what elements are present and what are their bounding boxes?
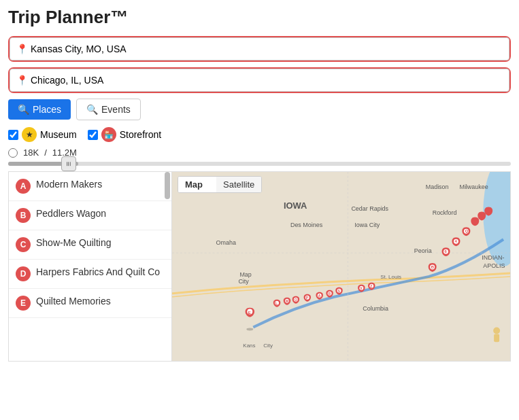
distance-radio[interactable] — [8, 148, 18, 158]
list-item[interactable]: B Peddlers Wagon — [9, 201, 171, 230]
museum-checkbox[interactable] — [8, 130, 18, 140]
storefront-filter: 🏪 Storefront — [88, 127, 161, 142]
svg-text:O: O — [295, 298, 297, 302]
svg-text:M: M — [286, 300, 288, 303]
svg-text:Map: Map — [239, 271, 251, 278]
place-name-d: Harpers Fabrics And Quilt Co — [36, 266, 160, 277]
svg-text:Madison: Madison — [426, 183, 449, 190]
list-item[interactable]: A Modern Makers — [9, 172, 171, 201]
places-list: A Modern Makers B Peddlers Wagon C Show-… — [8, 171, 171, 362]
svg-text:Q: Q — [465, 229, 468, 233]
marker-c: C — [16, 237, 31, 252]
events-button[interactable]: 🔍 Events — [76, 99, 141, 120]
destination-pin-icon: 📍 — [16, 75, 28, 86]
svg-text:Kans: Kans — [243, 343, 255, 349]
distance-option1: 18K — [23, 147, 39, 158]
scrollbar-thumb[interactable] — [165, 172, 170, 199]
svg-text:E: E — [248, 311, 251, 315]
origin-pin-icon: 📍 — [16, 43, 28, 54]
svg-rect-51 — [494, 334, 499, 342]
list-item[interactable]: E Quilted Memories — [9, 289, 171, 318]
marker-a: A — [16, 179, 31, 194]
svg-text:Iowa City: Iowa City — [354, 222, 380, 228]
svg-point-21 — [246, 328, 253, 330]
marker-e: E — [16, 296, 31, 311]
distance-row: 18K / 11.2M — [8, 147, 511, 158]
svg-text:R: R — [329, 292, 331, 296]
distance-slider-container — [8, 162, 511, 166]
svg-text:Rockford: Rockford — [433, 209, 457, 216]
places-button[interactable]: 🔍 Places — [8, 99, 71, 120]
slider-track — [8, 162, 511, 166]
tab-satellite[interactable]: Satellite — [216, 177, 261, 192]
map-svg: IOWA Des Moines Iowa City Cedar Rapids M… — [172, 172, 510, 361]
svg-text:Peoria: Peoria — [414, 247, 432, 254]
search-icon-events: 🔍 — [86, 104, 98, 115]
distance-slash: / — [44, 147, 47, 158]
svg-text:B: B — [431, 265, 435, 269]
svg-text:Milwaukee: Milwaukee — [459, 183, 488, 190]
svg-text:A: A — [318, 294, 321, 298]
map-panel[interactable]: Map Satellite IOWA Des Moines — [171, 171, 511, 362]
svg-point-50 — [493, 327, 500, 334]
svg-text:Cedar Rapids: Cedar Rapids — [351, 205, 388, 212]
storefront-label: Storefront — [120, 129, 161, 140]
storefront-checkbox[interactable] — [88, 130, 98, 140]
list-item[interactable]: C Show-Me Quilting — [9, 230, 171, 260]
svg-text:INDIAN-: INDIAN- — [482, 254, 504, 261]
destination-input[interactable] — [10, 69, 509, 92]
marker-b: B — [16, 208, 31, 223]
svg-text:Des Moines: Des Moines — [290, 222, 323, 228]
svg-text:City: City — [263, 343, 273, 349]
action-buttons: 🔍 Places 🔍 Events — [8, 99, 511, 120]
svg-text:City: City — [238, 278, 249, 285]
origin-input[interactable] — [10, 37, 509, 60]
svg-text:L: L — [275, 302, 278, 305]
place-name-e: Quilted Memories — [36, 296, 111, 307]
main-content: A Modern Makers B Peddlers Wagon C Show-… — [8, 171, 511, 362]
svg-text:APOLIS: APOLIS — [483, 262, 505, 269]
destination-input-row: 📍 — [8, 67, 511, 93]
marker-d: D — [16, 266, 31, 281]
svg-text:St. Louis: St. Louis — [380, 274, 401, 280]
map-tabs: Map Satellite — [178, 176, 262, 193]
svg-text:IOWA: IOWA — [284, 201, 307, 211]
list-item[interactable]: D Harpers Fabrics And Quilt Co — [9, 260, 171, 289]
svg-text:Z: Z — [370, 285, 372, 288]
place-name-a: Modern Makers — [36, 179, 102, 190]
museum-filter: ★ Museum — [8, 127, 77, 142]
svg-text:Omaha: Omaha — [216, 239, 236, 246]
place-name-b: Peddlers Wagon — [36, 208, 106, 219]
museum-star-icon: ★ — [22, 127, 37, 142]
svg-text:Columbia: Columbia — [363, 305, 388, 312]
svg-rect-0 — [172, 172, 510, 361]
origin-input-row: 📍 — [8, 36, 511, 62]
filter-row: ★ Museum 🏪 Storefront — [8, 127, 511, 142]
page-title: Trip Planner™ — [8, 7, 511, 28]
search-icon: 🔍 — [18, 104, 29, 115]
storefront-icon: 🏪 — [101, 127, 116, 142]
tab-map[interactable]: Map — [178, 177, 210, 192]
place-name-c: Show-Me Quilting — [36, 237, 112, 248]
slider-thumb[interactable] — [61, 156, 76, 171]
museum-label: Museum — [40, 129, 77, 140]
